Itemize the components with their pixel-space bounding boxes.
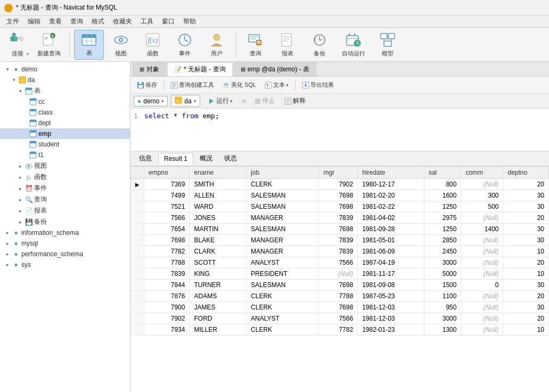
- query-divider-2: [295, 80, 296, 91]
- sidebar-item-class[interactable]: class: [0, 107, 130, 118]
- views-icon: [24, 162, 33, 170]
- cell-empno: 7499: [144, 190, 190, 201]
- tab-query[interactable]: 📝 * 无标题 - 查询: [167, 62, 233, 76]
- selector-bar: ● demo ▾ da ▾ 运行 ▾ ■ 停止: [130, 94, 549, 109]
- tab-result1[interactable]: Result 1: [158, 153, 193, 165]
- cell-job: SALESMAN: [247, 190, 319, 201]
- cell-comm: (Null): [461, 257, 503, 268]
- row-arrow: [131, 302, 144, 313]
- create-tool-button[interactable]: 查询创建工具: [167, 80, 217, 90]
- views-arrow: ▸: [17, 163, 23, 169]
- table-row[interactable]: 7654MARTINSALESMAN76981981-09-2812501400…: [131, 224, 549, 235]
- beautify-button[interactable]: 美化 SQL: [219, 80, 259, 90]
- table-row[interactable]: 7782CLARKMANAGER78391981-06-092450(Null)…: [131, 246, 549, 257]
- db2-selector[interactable]: da ▾: [171, 95, 200, 107]
- sidebar-item-dept[interactable]: dept: [0, 118, 130, 128]
- query-button[interactable]: 查询: [241, 30, 271, 60]
- table-row[interactable]: ▶7369SMITHCLERK79021980-12-17800(Null)20: [131, 179, 549, 190]
- sidebar-item-views[interactable]: ▸ 视图: [0, 160, 130, 172]
- table-row[interactable]: 7902FORDANALYST75661981-12-033000(Null)2…: [131, 313, 549, 324]
- save-icon: [137, 81, 144, 89]
- sidebar-item-mysql[interactable]: ▸ ● mysql: [0, 238, 130, 249]
- table-row[interactable]: 7934MILLERCLERK77821982-01-231300(Null)1…: [131, 324, 549, 336]
- col-deptno[interactable]: deptno: [503, 167, 549, 179]
- col-job[interactable]: job: [247, 167, 319, 179]
- tab-info[interactable]: 信息: [134, 152, 157, 165]
- sidebar-item-reports[interactable]: ▸ 📄 报表: [0, 205, 130, 216]
- event-button[interactable]: 事件: [170, 30, 200, 60]
- table-button[interactable]: 表: [74, 30, 104, 60]
- sidebar-item-events[interactable]: ▸ ⏰ 事件: [0, 183, 130, 194]
- backup-button[interactable]: 备份: [305, 30, 334, 60]
- table-row[interactable]: 7839KINGPRESIDENT(Null)1981-11-175000(Nu…: [131, 268, 549, 280]
- cell-mgr: (Null): [319, 268, 358, 280]
- cell-mgr: 7698: [319, 280, 358, 291]
- sidebar-item-cc[interactable]: cc: [0, 96, 130, 107]
- sql-editor[interactable]: 1 select * from emp;: [130, 109, 549, 151]
- col-empno[interactable]: empno: [144, 167, 190, 179]
- menu-window[interactable]: 窗口: [158, 16, 179, 27]
- table-row[interactable]: 7876ADAMSCLERK77881987-05-231100(Null)20: [131, 291, 549, 302]
- info-schema-icon: ●: [12, 228, 20, 237]
- text-button[interactable]: T 文本 ▾: [261, 80, 292, 90]
- function-button[interactable]: f(x) 函数: [138, 30, 168, 60]
- db2-icon: [175, 96, 182, 105]
- run-button[interactable]: 运行 ▾: [203, 95, 237, 107]
- table-row[interactable]: 7788SCOTTANALYST75661987-04-193000(Null)…: [131, 257, 549, 268]
- table-row[interactable]: 7521WARDSALESMAN76981981-02-22125050030: [131, 201, 549, 213]
- cell-job: CLERK: [247, 324, 319, 336]
- export-button[interactable]: 导出结果: [299, 80, 337, 90]
- col-hiredate[interactable]: hiredate: [358, 167, 424, 179]
- sidebar-item-tables[interactable]: ▾ 表: [0, 85, 130, 96]
- menu-favorites[interactable]: 收藏夹: [109, 16, 136, 27]
- sidebar-item-t1[interactable]: t1: [0, 150, 130, 160]
- col-mgr[interactable]: mgr: [319, 167, 358, 179]
- stop-button[interactable]: 停止: [251, 95, 278, 107]
- menu-edit[interactable]: 编辑: [23, 16, 45, 27]
- tab-object[interactable]: ⊞ 对象: [133, 62, 166, 76]
- menu-view[interactable]: 查看: [45, 16, 66, 27]
- sidebar-item-functions[interactable]: ▸ fx 函数: [0, 172, 130, 183]
- sys-label: sys: [21, 261, 31, 268]
- user-button[interactable]: 用户: [202, 30, 232, 60]
- sidebar-item-perf-schema[interactable]: ▸ ● performance_schema: [0, 249, 130, 259]
- menu-tools[interactable]: 工具: [136, 16, 158, 27]
- sidebar-item-emp[interactable]: emp: [0, 128, 130, 139]
- sidebar-item-sys[interactable]: ▸ ● sys: [0, 259, 130, 270]
- col-comm[interactable]: comm: [461, 167, 503, 179]
- schedule-button[interactable]: 自动运行: [337, 30, 371, 60]
- table-row[interactable]: 7900JAMESCLERK76981981-12-03950(Null)30: [131, 302, 549, 313]
- table-row[interactable]: 7698BLAKEMANAGER78391981-05-012850(Null)…: [131, 235, 549, 246]
- tab-overview[interactable]: 概况: [194, 152, 218, 165]
- sidebar-item-queries[interactable]: ▸ 🔍 查询: [0, 194, 130, 205]
- menu-help[interactable]: 帮助: [179, 16, 200, 27]
- table-row[interactable]: 7499ALLENSALESMAN76981981-02-20160030030: [131, 190, 549, 201]
- save-button[interactable]: 保存: [134, 80, 160, 90]
- sidebar-item-demo[interactable]: ▾ ● demo: [0, 64, 130, 75]
- report-button[interactable]: 报表: [273, 30, 302, 60]
- col-sal[interactable]: sal: [424, 167, 461, 179]
- explain-button[interactable]: 解释: [281, 95, 309, 107]
- tab-emp-table[interactable]: ⊞ emp @da (demo) - 表: [234, 62, 316, 76]
- table-row[interactable]: 7844TURNERSALESMAN76981981-09-081500030: [131, 280, 549, 291]
- svg-text:≡: ≡: [45, 35, 48, 41]
- menu-query[interactable]: 查询: [66, 16, 87, 27]
- tab-status[interactable]: 状态: [219, 152, 242, 165]
- model-button[interactable]: 模型: [373, 30, 403, 60]
- demo-label: demo: [21, 66, 37, 73]
- menu-format[interactable]: 格式: [87, 16, 109, 27]
- connect-button[interactable]: 连接 ▾: [4, 30, 31, 60]
- table-row[interactable]: 7566JONESMANAGER78391981-04-022975(Null)…: [131, 213, 549, 224]
- cell-empno: 7839: [144, 268, 190, 280]
- db1-selector[interactable]: ● demo ▾: [134, 96, 168, 107]
- new-query-button[interactable]: ≡ + 新建查询: [33, 30, 65, 60]
- sidebar-item-backup[interactable]: ▸ 💾 备份: [0, 216, 130, 227]
- data-table-container[interactable]: empno ename job mgr hiredate sal comm de…: [130, 166, 549, 392]
- col-ename[interactable]: ename: [190, 167, 247, 179]
- svg-rect-58: [30, 141, 36, 143]
- sidebar-item-info-schema[interactable]: ▸ ● information_schema: [0, 227, 130, 238]
- view-button[interactable]: 视图: [106, 30, 136, 60]
- menu-file[interactable]: 文件: [2, 16, 23, 27]
- sidebar-item-da[interactable]: ▾ da: [0, 75, 130, 85]
- sidebar-item-student[interactable]: student: [0, 139, 130, 150]
